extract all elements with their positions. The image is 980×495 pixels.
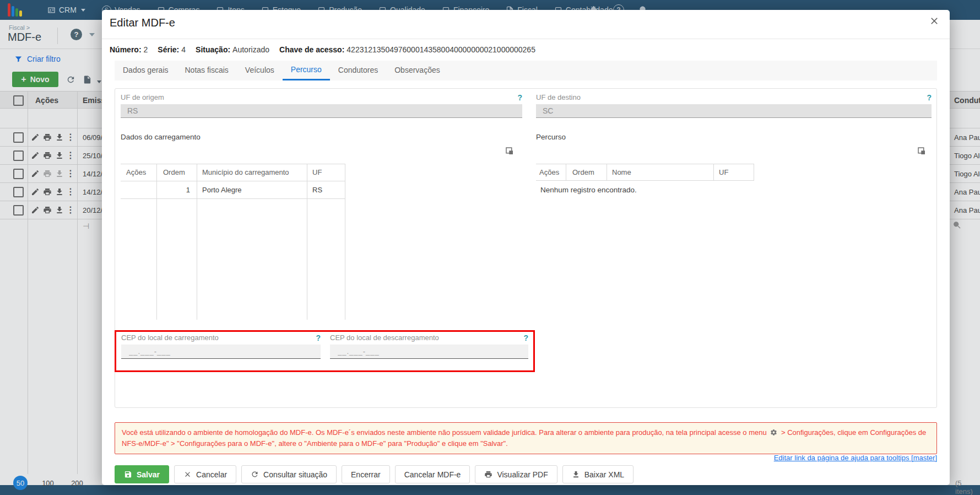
encerrar-button[interactable]: Encerrar: [342, 465, 390, 483]
tab-condutores[interactable]: Condutores: [330, 61, 386, 80]
serie-value: 4: [181, 45, 186, 54]
close-icon[interactable]: [929, 15, 942, 29]
uf-origem-label: UF de origem: [121, 93, 164, 102]
uf-destino-label: UF de destino: [536, 93, 581, 102]
numero-value: 2: [144, 45, 148, 54]
help-icon[interactable]: ?: [517, 93, 522, 102]
grid-options-icon[interactable]: [917, 146, 927, 158]
tab-veiculos[interactable]: Veículos: [237, 61, 283, 80]
percurso-tab-panel: UF de origem ? UF de destino ? Dados do …: [115, 88, 937, 408]
ordem-cell: 1: [156, 181, 190, 198]
tab-observacoes[interactable]: Observações: [386, 61, 448, 80]
carregamento-grid: Ações Ordem Município do carregamento UF…: [121, 164, 345, 320]
percurso-grid: Ações Ordem Nome UF: [536, 164, 754, 181]
col-nome: Nome: [612, 164, 631, 181]
download-icon: [572, 470, 580, 478]
col-ordem: Ordem: [572, 164, 594, 181]
save-icon: [124, 470, 132, 478]
percurso-section-title: Percurso: [536, 133, 566, 141]
uf-cell: RS: [312, 181, 322, 198]
visualizar-pdf-button[interactable]: Visualizar PDF: [475, 465, 557, 483]
print-icon: [484, 470, 492, 478]
edit-tooltip-help-link[interactable]: Editar link da página de ajuda para tool…: [774, 454, 937, 462]
grid-header-row: Ações Ordem Município do carregamento UF: [121, 164, 345, 181]
carregamento-section-title: Dados do carregamento: [121, 133, 201, 141]
col-ordem: Ordem: [163, 164, 185, 181]
col-acoes: Ações: [126, 164, 146, 181]
chave-label: Chave de acesso:: [279, 45, 344, 54]
col-acoes: Ações: [539, 164, 559, 181]
empty-grid-message: Nenhum registro encontrado.: [540, 186, 637, 194]
cancelar-mdfe-button[interactable]: Cancelar MDF-e: [395, 465, 470, 483]
serie-label: Série:: [158, 45, 179, 54]
edit-mdfe-modal: Editar MDF-e Número:2 Série:4 Situação:A…: [102, 10, 950, 485]
tab-dados-gerais[interactable]: Dados gerais: [115, 61, 177, 80]
tab-percurso[interactable]: Percurso: [283, 61, 330, 80]
uf-destino-input: [536, 104, 932, 118]
salvar-button[interactable]: Salvar: [115, 465, 169, 483]
col-uf: UF: [312, 164, 322, 181]
col-uf: UF: [719, 164, 728, 181]
warning-text: Você está utilizando o ambiente de homol…: [122, 428, 767, 437]
situacao-value: Autorizado: [232, 45, 269, 54]
help-icon[interactable]: ?: [927, 93, 932, 102]
chave-value: 4223121350497600014358004000000002100000…: [346, 45, 535, 54]
tab-notas-fiscais[interactable]: Notas fiscais: [177, 61, 237, 80]
col-municipio: Município do carregamento: [202, 164, 289, 181]
cancelar-button[interactable]: Cancelar: [174, 465, 236, 483]
mdfe-summary: Número:2 Série:4 Situação:Autorizado Cha…: [110, 45, 535, 54]
municipio-cell: Porto Alegre: [202, 181, 242, 198]
consultar-situacao-button[interactable]: Consultar situação: [241, 465, 337, 483]
homologacao-warning: Você está utilizando o ambiente de homol…: [115, 422, 937, 454]
gear-icon: [770, 429, 777, 436]
modal-title: Editar MDF-e: [110, 17, 175, 29]
uf-origem-input: [121, 104, 522, 118]
modal-footer-buttons: Salvar Cancelar Consultar situação Encer…: [115, 465, 634, 483]
numero-label: Número:: [110, 45, 142, 54]
annotation-highlight-box: [115, 330, 535, 372]
x-icon: [183, 470, 192, 478]
grid-header-row: Ações Ordem Nome UF: [536, 164, 754, 181]
baixar-xml-button[interactable]: Baixar XML: [562, 465, 634, 483]
screen: CRM SVendas Compras Itens Estoque Produç…: [0, 0, 980, 495]
refresh-icon: [251, 470, 259, 478]
situacao-label: Situação:: [196, 45, 230, 54]
uf-destino-field: UF de destino ?: [536, 93, 932, 118]
grid-data-row[interactable]: 1 Porto Alegre RS: [121, 181, 345, 199]
divider: [102, 39, 950, 39]
modal-tabs: Dados gerais Notas fiscais Veículos Perc…: [115, 61, 937, 80]
uf-origem-field: UF de origem ?: [121, 93, 522, 118]
grid-options-icon[interactable]: [505, 146, 515, 158]
